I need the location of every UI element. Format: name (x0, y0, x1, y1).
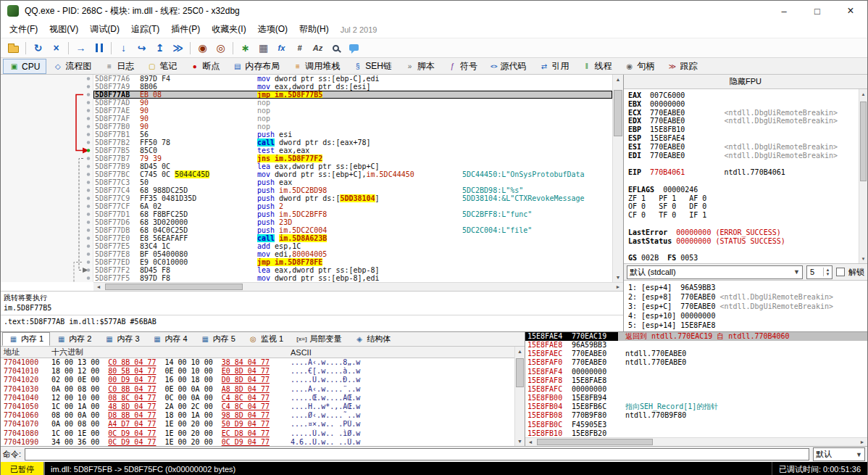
register-line[interactable]: EDI 770EABE0 <ntdll.DbgUiRemoteBreakin> (628, 152, 859, 160)
stack-row[interactable]: 15E8FAFC00000000 (525, 385, 867, 394)
minimize-button[interactable]: – (767, 1, 801, 21)
scroll-thumb[interactable] (105, 284, 243, 290)
scroll-thumb[interactable] (516, 358, 524, 387)
patches-button[interactable]: ∗ (236, 39, 254, 57)
menu-item[interactable]: 插件(P) (165, 21, 206, 38)
stack-row[interactable]: 15E8FAF400000000 (525, 368, 867, 376)
register-line[interactable]: LastError 00000000 (ERROR_SUCCESS) (628, 228, 859, 237)
breakpoint-dot[interactable] (87, 236, 90, 239)
pause-button[interactable] (90, 39, 108, 57)
menu-item[interactable]: 收藏夹(I) (206, 21, 251, 38)
scroll-up-icon[interactable]: ▲ (515, 347, 525, 356)
disasm-row[interactable]: 5D8F77AD90nop (93, 99, 612, 107)
disasm-row[interactable]: 5D8F77AF90nop (93, 115, 612, 123)
register-line[interactable]: CF 0 TF 0 IF 1 (628, 211, 859, 220)
scroll-track[interactable] (613, 84, 623, 273)
tab-memory-map[interactable]: ▤内存布局 (226, 59, 286, 74)
register-line[interactable]: EBX 00000000 (628, 100, 859, 109)
scroll-down-icon[interactable]: ▼ (859, 254, 867, 263)
disasm-row[interactable]: 5D8F77CF6A 02push 2 (93, 202, 612, 210)
tab-dump-1[interactable]: ▦内存 1 (2, 332, 50, 346)
restart-button[interactable]: ↻ (29, 39, 47, 57)
stack-row[interactable]: 15E8FB0415E8FB6C指向SEH_Record[1]的指针 (525, 402, 867, 411)
dump-row[interactable]: 7704100016 00 13 00C0 8B 04 7714 00 10 0… (1, 358, 514, 367)
scroll-track[interactable] (535, 438, 857, 446)
tab-call-stack[interactable]: ≡调用堆栈 (286, 59, 346, 74)
dump-row[interactable]: 770410700A 00 08 00A4 D7 04 771E 00 20 0… (1, 420, 514, 429)
breakpoint-dot[interactable] (87, 212, 90, 215)
trace-into-button[interactable]: ◉ (193, 39, 212, 57)
strings-button[interactable]: Az (309, 39, 327, 57)
stack-row[interactable]: 15E8FB0015E8FB94 (525, 394, 867, 402)
tab-symbols[interactable]: ƒ符号 (441, 59, 484, 74)
breakpoint-dot[interactable] (87, 189, 90, 191)
breakpoint-dot[interactable] (87, 133, 90, 136)
register-line[interactable]: GS 002B FS 0053 (628, 254, 859, 263)
scroll-thumb[interactable] (614, 90, 622, 136)
stack-row[interactable]: 15E8FB1015E8FB20 (525, 429, 867, 437)
disasm-row[interactable]: 5D8F77F28D45 F8lea eax,dword ptr ss:[ebp… (93, 266, 612, 274)
breakpoint-dot[interactable] (87, 268, 90, 271)
disasm-row[interactable]: 5D8F77E0E8 56EAFAFFcall im.5D8A623B (93, 234, 612, 242)
disasm-row[interactable]: 5D8F77D668 3D020000push 23D (93, 218, 612, 226)
spin-down-icon[interactable]: ▼ (824, 272, 832, 276)
stack-row[interactable]: 15E8FAF0770EABE0ntdll.770EABE0 (525, 358, 867, 367)
hide-fpu-button[interactable]: 隐藏FPU (624, 75, 867, 89)
close-debuggee-button[interactable]: × (47, 39, 65, 57)
memory-map-button[interactable]: ▦ (254, 39, 272, 57)
trace-over-button[interactable]: ◎ (212, 39, 230, 57)
disasm-row[interactable]: 5D8F77B585C0test eax,eax (93, 146, 612, 154)
argument-line[interactable]: 3: [esp+C] 770EABE0 <ntdll.DbgUiRemoteBr… (628, 302, 867, 311)
dump-row[interactable]: 770410501C 00 1A 0048 8D 04 772A 00 2C 0… (1, 402, 514, 411)
command-input[interactable] (25, 448, 809, 460)
register-line[interactable]: ZF 1 PF 1 AF 0 (628, 194, 859, 203)
breakpoint-dot[interactable] (87, 276, 90, 279)
register-line[interactable]: ESI 770EABE0 <ntdll.DbgUiRemoteBreakin> (628, 143, 859, 152)
breakpoint-dot[interactable] (87, 157, 90, 160)
register-line[interactable] (628, 220, 859, 228)
scroll-down-icon[interactable]: ▼ (515, 437, 525, 446)
disasm-hscrollbar[interactable]: ◄ ► (93, 282, 623, 291)
dump-row[interactable]: 7704106008 00 0A 00D8 8B 04 7718 00 1A 0… (1, 411, 514, 420)
disasm-row[interactable]: 5D8F77C9FF35 0481D35Dpush dword ptr ds:[… (93, 194, 612, 202)
disasm-row[interactable]: 5D8F77E583C4 1Cadd esp,1C (93, 242, 612, 250)
scroll-track[interactable] (515, 356, 525, 437)
dump-row[interactable]: 7704109034 00 36 000C D9 04 771E 00 20 0… (1, 438, 514, 446)
breakpoint-dot[interactable] (87, 181, 90, 183)
register-line[interactable]: EIP 770B4061 ntdll.770B4061 (628, 168, 859, 177)
step-into-button[interactable]: ↓ (114, 39, 133, 57)
argument-count-spinner[interactable]: 5 ▲▼ (806, 265, 832, 279)
tab-script[interactable]: »脚本 (398, 59, 441, 74)
disasm-row[interactable]: 5D8F77A98B06mov eax,dword ptr ds:[esi] (93, 83, 612, 91)
disasm-row[interactable]: 5D8F77EDE9 0C010000jmp im.5D8F78FE (93, 258, 612, 266)
scroll-track[interactable] (859, 99, 867, 254)
step-over-button[interactable]: ↪ (133, 39, 151, 57)
scroll-track[interactable] (104, 283, 613, 291)
tab-threads[interactable]: ‖线程 (575, 59, 618, 74)
argument-line[interactable]: 4: [esp+10] 00000000 (628, 311, 867, 321)
tab-seh[interactable]: §SEH链 (346, 59, 398, 74)
argument-line[interactable]: 1: [esp+4] 96A59BB3 (628, 283, 867, 292)
step-out-button[interactable]: ↥ (151, 39, 169, 57)
spinner-arrows[interactable]: ▲▼ (823, 268, 832, 276)
dump-row[interactable]: 7704101018 00 12 0080 5B 04 770E 00 10 0… (1, 367, 514, 376)
scroll-left-icon[interactable]: ◄ (525, 439, 535, 445)
dump-vscrollbar[interactable]: ▲ ▼ (514, 347, 525, 446)
open-file-button[interactable] (4, 39, 22, 57)
menu-item[interactable]: 帮助(H) (293, 21, 335, 38)
disasm-row[interactable]: 5D8F77DB68 04C0C25Dpush im.5DC2C0045DC2C… (93, 226, 612, 234)
breakpoint-dot[interactable] (87, 220, 90, 223)
tab-dump-3[interactable]: ▦内存 3 (98, 332, 146, 346)
unlock-checkbox[interactable] (836, 268, 845, 276)
tab-breakpoints[interactable]: ●断点 (183, 59, 226, 74)
argument-line[interactable]: 5: [esp+14] 15E8FAE8 (628, 321, 867, 330)
breakpoint-dot[interactable] (87, 228, 90, 231)
breakpoint-dot[interactable] (87, 205, 90, 207)
breakpoint-dot[interactable] (87, 141, 90, 144)
disasm-row[interactable]: 5D8F77BCC745 0C 5044C45Dmov dword ptr ss… (93, 170, 612, 178)
register-line[interactable]: EFLAGS 00000246 (628, 186, 859, 194)
menu-item[interactable]: 选项(O) (252, 21, 293, 38)
stack-row[interactable]: 15E8FB0CF45905E3 (525, 421, 867, 429)
breakpoint-dot[interactable] (87, 109, 90, 112)
register-line[interactable]: OF 0 SF 0 DF 0 (628, 202, 859, 211)
